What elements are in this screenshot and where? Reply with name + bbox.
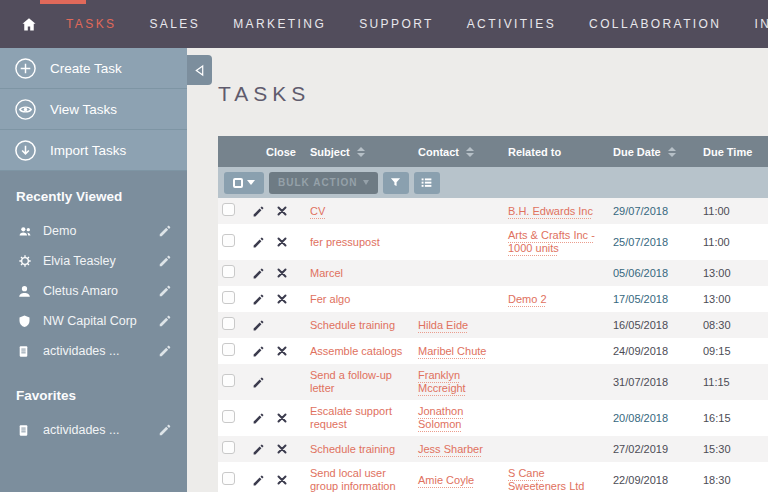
subject-link[interactable]: Escalate support request xyxy=(310,405,392,430)
edit-item-button[interactable] xyxy=(158,344,172,358)
col-header-related-to[interactable]: Related to xyxy=(508,146,613,158)
contact-link[interactable]: Jonathon Solomon xyxy=(418,405,463,430)
nav-item-tasks[interactable]: TASKS xyxy=(66,0,116,48)
row-checkbox[interactable] xyxy=(222,441,235,454)
row-close-button[interactable] xyxy=(276,205,300,217)
row-edit-button[interactable] xyxy=(252,319,266,332)
contact-link[interactable]: Jess Sharber xyxy=(418,443,483,455)
list-item-label: Elvia Teasley xyxy=(43,254,158,268)
row-checkbox[interactable] xyxy=(222,374,235,387)
subject-link[interactable]: Schedule training xyxy=(310,443,395,455)
col-header-due-date[interactable]: Due Date xyxy=(613,146,703,158)
col-header-contact[interactable]: Contact xyxy=(418,146,508,158)
row-close-button[interactable] xyxy=(276,293,300,305)
home-button[interactable] xyxy=(20,16,38,33)
nav-item-collaboration[interactable]: COLLABORATION xyxy=(589,0,721,48)
recent-item-nw-capital-corp[interactable]: NW Capital Corp xyxy=(0,306,187,336)
row-close-button[interactable] xyxy=(276,443,300,455)
bulk-action-label: BULK ACTION xyxy=(278,177,358,188)
favorite-item-actividades[interactable]: actividades ... xyxy=(0,415,187,445)
row-edit-button[interactable] xyxy=(252,412,266,425)
nav-item-informes[interactable]: INFORMES xyxy=(754,0,768,48)
top-navbar: TASKS SALES MARKETING SUPPORT ACTIVITIES… xyxy=(0,0,768,48)
row-edit-button[interactable] xyxy=(252,376,266,389)
sort-icon[interactable] xyxy=(668,147,676,157)
row-close-button[interactable] xyxy=(276,412,300,424)
contact-link[interactable]: Franklyn Mccreight xyxy=(418,369,466,394)
create-task-button[interactable]: Create Task xyxy=(0,48,187,89)
sort-icon[interactable] xyxy=(357,147,365,157)
row-checkbox[interactable] xyxy=(222,291,235,304)
nav-menu: TASKS SALES MARKETING SUPPORT ACTIVITIES… xyxy=(66,0,768,48)
row-checkbox[interactable] xyxy=(222,203,235,216)
table-row: Schedule training Hilda Eide 16/05/2018 … xyxy=(218,312,768,338)
select-all-dropdown-button[interactable] xyxy=(224,172,264,194)
bulk-action-button[interactable]: BULK ACTION xyxy=(269,172,378,194)
view-tasks-button[interactable]: View Tasks xyxy=(0,89,187,130)
related-to-link[interactable]: Arts & Crafts Inc - 1000 units xyxy=(508,229,595,254)
row-edit-button[interactable] xyxy=(252,443,266,456)
recent-item-demo[interactable]: Demo xyxy=(0,216,187,246)
gear-icon xyxy=(17,253,33,269)
row-checkbox[interactable] xyxy=(222,265,235,278)
row-edit-button[interactable] xyxy=(252,236,266,249)
recent-item-actividades[interactable]: actividades ... xyxy=(0,336,187,366)
page-title: TASKS xyxy=(218,82,768,106)
edit-pencil-icon xyxy=(252,267,265,280)
subject-link[interactable]: Schedule training xyxy=(310,319,395,331)
edit-item-button[interactable] xyxy=(158,254,172,268)
nav-item-marketing[interactable]: MARKETING xyxy=(233,0,326,48)
sidebar-collapse-button[interactable] xyxy=(187,55,212,85)
contact-link[interactable]: Maribel Chute xyxy=(418,345,486,357)
row-edit-button[interactable] xyxy=(252,345,266,358)
tasks-list-view: Close Subject Contact Related to Due Dat… xyxy=(218,136,768,492)
row-checkbox[interactable] xyxy=(222,410,235,423)
recent-item-elvia-teasley[interactable]: Elvia Teasley xyxy=(0,246,187,276)
subject-link[interactable]: fer pressupost xyxy=(310,236,380,248)
filter-funnel-icon xyxy=(389,176,402,189)
row-checkbox[interactable] xyxy=(222,317,235,330)
row-edit-button[interactable] xyxy=(252,205,266,218)
subject-link[interactable]: Send a follow-up letter xyxy=(310,369,392,394)
related-to-link[interactable]: B.H. Edwards Inc xyxy=(508,205,593,217)
contact-link[interactable]: Amie Coyle xyxy=(418,474,474,486)
row-edit-button[interactable] xyxy=(252,293,266,306)
subject-link[interactable]: Assemble catalogs xyxy=(310,345,402,357)
subject-link[interactable]: Send local user group information xyxy=(310,467,396,492)
nav-item-sales[interactable]: SALES xyxy=(149,0,200,48)
row-checkbox[interactable] xyxy=(222,234,235,247)
import-tasks-button[interactable]: Import Tasks xyxy=(0,130,187,171)
due-date-value: 16/05/2018 xyxy=(613,314,703,337)
row-close-button[interactable] xyxy=(276,267,300,279)
col-header-subject[interactable]: Subject xyxy=(310,146,418,158)
row-close-button[interactable] xyxy=(276,345,300,357)
subject-link[interactable]: CV xyxy=(310,205,325,217)
filter-button[interactable] xyxy=(383,172,409,194)
row-close-button[interactable] xyxy=(276,474,300,486)
edit-item-button[interactable] xyxy=(158,224,172,238)
row-edit-button[interactable] xyxy=(252,267,266,280)
subject-link[interactable]: Fer algo xyxy=(310,293,350,305)
person-icon xyxy=(17,284,32,299)
list-item-label: Demo xyxy=(43,224,158,238)
list-item-label: NW Capital Corp xyxy=(43,314,158,328)
nav-item-activities[interactable]: ACTIVITIES xyxy=(467,0,556,48)
edit-pencil-icon xyxy=(252,293,265,306)
edit-item-button[interactable] xyxy=(158,284,172,298)
recent-item-cletus-amaro[interactable]: Cletus Amaro xyxy=(0,276,187,306)
edit-item-button[interactable] xyxy=(158,423,172,437)
sort-icon[interactable] xyxy=(466,147,474,157)
row-checkbox[interactable] xyxy=(222,343,235,356)
edit-item-button[interactable] xyxy=(158,314,172,328)
subject-link[interactable]: Marcel xyxy=(310,267,343,279)
related-to-link[interactable]: S Cane Sweeteners Ltd xyxy=(508,467,584,492)
column-chooser-button[interactable] xyxy=(414,172,440,194)
related-to-link[interactable]: Demo 2 xyxy=(508,293,547,305)
row-checkbox[interactable] xyxy=(222,472,235,485)
list-item-label: actividades ... xyxy=(43,423,158,437)
nav-item-support[interactable]: SUPPORT xyxy=(359,0,434,48)
col-header-due-time[interactable]: Due Time xyxy=(703,146,768,158)
contact-link[interactable]: Hilda Eide xyxy=(418,319,468,331)
row-close-button[interactable] xyxy=(276,236,300,248)
row-edit-button[interactable] xyxy=(252,474,266,487)
